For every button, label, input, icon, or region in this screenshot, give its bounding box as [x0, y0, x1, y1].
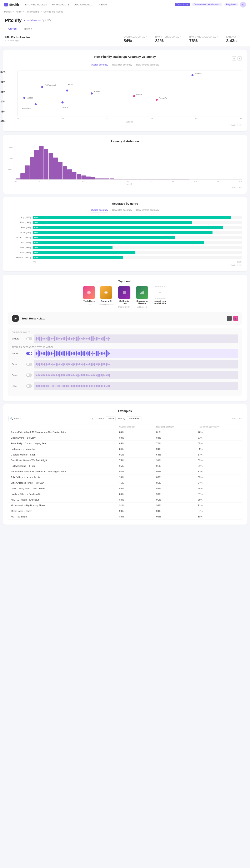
wave-bar — [95, 364, 96, 365]
nav-my-projects[interactable]: MY PROJECTS — [52, 3, 70, 6]
track-california-love[interactable]: California Love 2Pac ft. Dr. Dre — [117, 286, 132, 308]
tab-current[interactable]: Current — [5, 26, 21, 32]
upload-icon[interactable]: + — [154, 286, 166, 299]
headphone-icon[interactable]: 🎧 — [227, 316, 232, 321]
track-stairway[interactable]: Stairway to Heaven Led Zeppelin — [135, 286, 149, 308]
dot-notenet[interactable] — [91, 92, 93, 95]
subtitle-user[interactable]: danielberman — [26, 19, 41, 22]
hist-bar-1 — [21, 174, 25, 180]
search-input[interactable] — [14, 417, 92, 420]
play-button[interactable]: ▶ — [12, 315, 19, 322]
wave-bar — [69, 337, 70, 340]
dot-perceptipy[interactable] — [156, 99, 158, 101]
nav-tag-transcription[interactable]: Transcription — [175, 3, 190, 6]
wave-bar — [109, 353, 110, 354]
wave-bar — [109, 338, 109, 340]
player-icons: 🎧 🔊 — [227, 316, 238, 321]
vocals-toggle[interactable] — [26, 352, 32, 355]
track-canon-d[interactable]: Canon in D Johann Pachelbel — [99, 286, 113, 308]
breadcrumb-pitch[interactable]: Pitch tracking — [26, 10, 39, 13]
dot-crepe[interactable] — [66, 90, 68, 92]
dot-pitchtrackerv0[interactable] — [41, 86, 43, 88]
wave-bar — [43, 385, 43, 387]
sort-dropdown[interactable]: Random ▾ — [127, 416, 141, 421]
genre-chart-download[interactable]: DOWNLOAD — [8, 264, 242, 266]
wave-bar — [99, 364, 100, 365]
wave-bar — [47, 375, 48, 376]
dot-mldb23[interactable] — [23, 97, 26, 99]
wave-bar — [52, 374, 53, 376]
try-it-out-section: Try it out: Truth Hurts Lizzo Canon in D… — [3, 275, 247, 401]
row-raw-pitch-11: 90% — [154, 491, 195, 497]
results-label: RESULTS EXTRACTED BY THE MODEL — [12, 346, 238, 348]
chart-icon-grid[interactable]: ⊞ — [232, 56, 236, 61]
wave-bar — [66, 351, 66, 355]
wave-bar — [55, 336, 56, 341]
genre-tab-raw-chroma[interactable]: Raw chroma accuracy — [136, 209, 159, 212]
wave-bar — [91, 375, 92, 376]
wave-bar — [76, 351, 76, 355]
genre-tab-overall[interactable]: Overall accuracy — [91, 209, 108, 212]
row-overall-9: 45% — [117, 480, 154, 486]
dot-trumpetnet[interactable] — [35, 103, 37, 105]
metric-latency-value: 3.43s — [226, 38, 237, 43]
breadcrumb-chords[interactable]: Chords and frames — [43, 10, 63, 13]
upload-track[interactable]: + Upload your own MP3 file — [153, 286, 167, 308]
latency-chart-download[interactable]: DOWNLOAD — [8, 187, 242, 189]
row-raw-pitch-5: 39% — [154, 458, 195, 463]
dot-jazzynet[interactable] — [191, 74, 193, 76]
dot-pitchify[interactable] — [133, 95, 135, 97]
filter-icon[interactable]: ⊞ — [92, 417, 94, 420]
nav-tag-cnn[interactable]: Convolutional neural network — [192, 3, 222, 6]
tab-history[interactable]: History — [21, 26, 35, 32]
hist-bar-32 — [166, 179, 171, 180]
genre-dropdown[interactable]: Pop ▾ — [106, 416, 116, 421]
wave-bar — [80, 363, 80, 365]
accuracy-chart-download[interactable]: DOWNLOAD — [8, 124, 242, 126]
wave-bar — [79, 363, 79, 366]
wave-bar — [96, 337, 97, 341]
track-truth-hurts[interactable]: Truth Hurts Lizzo — [83, 286, 95, 308]
wave-bar — [40, 374, 40, 376]
hist-bar-28 — [147, 179, 152, 180]
wave-bar — [54, 364, 54, 365]
user-avatar[interactable]: A — [240, 2, 246, 7]
wave-bar — [81, 338, 82, 339]
examples-download[interactable]: DOWNLOAD — [229, 417, 242, 420]
subtitle-project[interactable]: pitchify — [43, 19, 51, 22]
wave-bar — [57, 337, 57, 340]
dot-swipe[interactable] — [62, 101, 64, 103]
hist-bar-3 — [30, 157, 34, 180]
bass-toggle[interactable] — [26, 363, 32, 366]
wave-bar — [82, 337, 82, 340]
x-label-4: 4s — [195, 117, 197, 119]
row-name-12: M.E.R.C. Music – Knockout — [8, 497, 117, 503]
nav-add-project[interactable]: ADD A PROJECT — [74, 3, 94, 6]
accuracy-tab-raw-chroma[interactable]: Raw chroma accuracy — [136, 63, 159, 67]
nav-tag-polyphonic[interactable]: Polyphonic — [224, 3, 238, 6]
nav-browse-models[interactable]: BROWSE MODELS — [25, 3, 47, 6]
wave-bar — [107, 352, 107, 354]
nav-about[interactable]: ABOUT — [99, 3, 107, 6]
accuracy-tab-raw-pitch[interactable]: Raw pitch accuracy — [112, 63, 132, 67]
row-raw-chroma-6: 81% — [195, 463, 242, 469]
wave-bar — [61, 385, 62, 386]
accuracy-tab-overall[interactable]: Overall accuracy — [91, 63, 108, 67]
breadcrumb-audio[interactable]: Audio — [15, 10, 22, 13]
speaker-icon[interactable]: 🔊 — [233, 316, 238, 321]
latency-chart-title: Latency distribution — [8, 140, 242, 143]
wave-bar — [65, 375, 65, 376]
chart-icon-list[interactable]: ≡ — [238, 56, 242, 61]
other-toggle[interactable] — [26, 384, 32, 388]
breadcrumb-models[interactable]: Models — [4, 10, 11, 13]
wave-bar — [86, 338, 87, 339]
wave-bar — [42, 352, 43, 354]
row-raw-pitch-10: 88% — [154, 486, 195, 491]
wave-bar — [108, 351, 109, 355]
wave-bar — [70, 385, 70, 387]
accuracy-latency-section: How Pitchify stacks up: Accuracy vs late… — [3, 50, 247, 131]
mixture-toggle[interactable] — [26, 337, 32, 340]
wave-bar — [54, 385, 54, 387]
genre-tab-raw-pitch[interactable]: Raw pitch accuracy — [112, 209, 132, 212]
drums-toggle[interactable] — [26, 373, 32, 377]
